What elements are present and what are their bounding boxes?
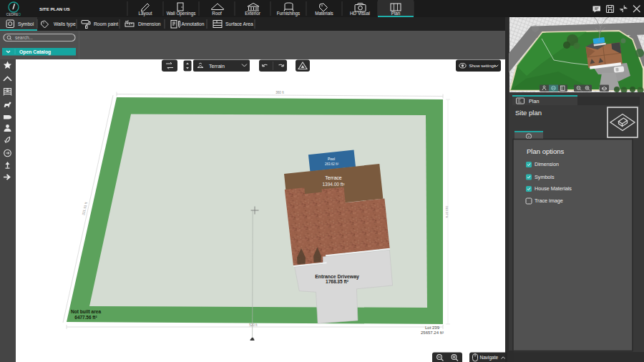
svg-text:Dimension: Dimension [138,21,161,26]
svg-text:Plan: Plan [529,98,539,104]
svg-text:search...: search... [15,35,33,40]
svg-text:Navigate: Navigate [480,355,499,361]
svg-text:Terrain: Terrain [209,63,225,69]
svg-text:House Materials: House Materials [535,185,572,192]
svg-text:Plan options: Plan options [527,147,565,155]
svg-text:Trace image: Trace image [535,197,563,204]
svg-text:Materials: Materials [315,11,333,16]
svg-text:Roof: Roof [212,11,222,16]
svg-text:Open Catalog: Open Catalog [19,49,51,55]
svg-text:Exterior: Exterior [245,11,260,16]
svg-text:Show settings: Show settings [469,64,496,68]
svg-text:HD Visual: HD Visual [350,11,370,16]
svg-text:SITE PLAN US: SITE PLAN US [39,6,70,11]
svg-text:Wall Openings: Wall Openings [167,11,196,16]
svg-text:Furnishings: Furnishings [277,11,301,16]
svg-text:Symbol: Symbol [18,21,34,27]
svg-text:Walls type: Walls type [54,21,76,27]
svg-text:Site plan: Site plan [515,109,542,117]
svg-text:Surface Area: Surface Area [225,21,253,26]
svg-text:Symbols: Symbols [535,174,555,180]
svg-text:Plan: Plan [391,11,401,16]
svg-text:Room paint: Room paint [94,21,118,27]
svg-text:Annotation: Annotation [182,21,205,26]
svg-text:Layout: Layout [139,11,152,16]
svg-text:CEDREO: CEDREO [6,13,21,16]
svg-text:Dimension: Dimension [535,161,559,167]
